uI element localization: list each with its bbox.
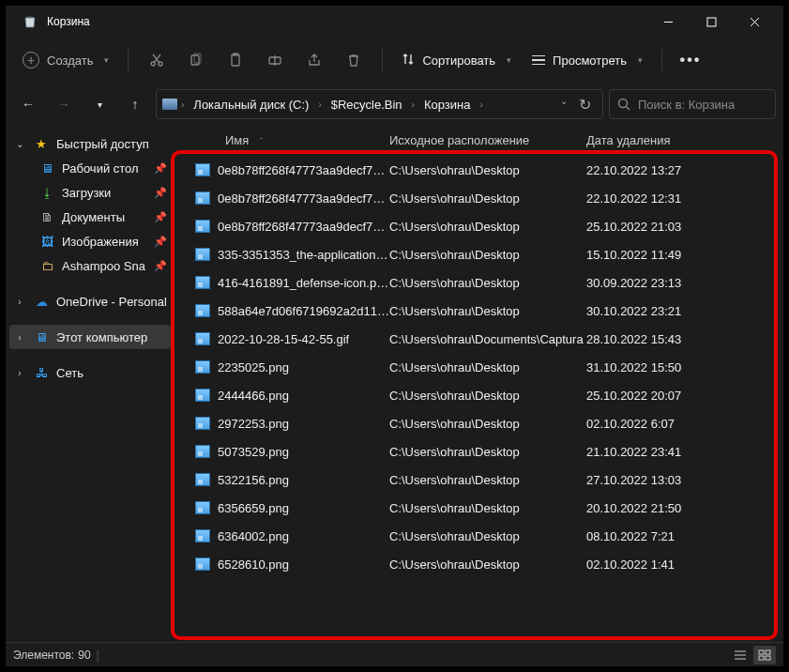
toolbar: + Создать ▾ Сортировать ▾ Просмотреть ▾ …	[6, 38, 783, 83]
file-row[interactable]: 335-3351353_the-application-proc...C:\Us…	[174, 240, 783, 268]
file-name: 2022-10-28-15-42-55.gif	[218, 332, 349, 346]
sidebar-item-quick[interactable]: ⌄ ★ Быстрый доступ	[6, 131, 174, 156]
plus-icon: +	[23, 52, 39, 69]
column-location[interactable]: Исходное расположение	[389, 133, 586, 147]
minimize-button[interactable]	[646, 6, 690, 38]
downloads-icon: ⭳	[39, 185, 54, 200]
file-row[interactable]: 588a64e7d06f6719692a2d11.pngC:\Users\ohr…	[174, 297, 783, 325]
file-deleted-date: 02.10.2022 6:07	[586, 417, 780, 431]
file-row[interactable]: 6528610.pngC:\Users\ohrau\Desktop02.10.2…	[174, 550, 783, 578]
file-location: C:\Users\ohrau\Desktop	[389, 557, 586, 572]
window-title: Корзина	[47, 15, 646, 28]
file-name: 588a64e7d06f6719692a2d11.png	[218, 304, 389, 318]
delete-button[interactable]	[335, 43, 372, 77]
address-row: ← → ▾ ↑ › Локальный диск (C:) › $Recycle…	[6, 83, 783, 126]
sidebar-item-downloads[interactable]: ⭳ Загрузки 📌	[6, 180, 174, 205]
image-file-icon	[195, 445, 210, 458]
file-name: 5073529.png	[218, 445, 289, 459]
file-location: C:\Users\ohrau\Desktop	[389, 529, 586, 543]
file-name: 2235025.png	[218, 360, 289, 374]
search-box[interactable]: Поиск в: Корзина	[609, 89, 776, 119]
rename-button[interactable]	[256, 43, 294, 77]
breadcrumb-bin[interactable]: Корзина	[418, 94, 477, 115]
file-location: C:\Users\ohrau\Desktop	[389, 220, 586, 234]
sidebar-item-ashampoo[interactable]: 🗀 Ashampoo Sna 📌	[6, 253, 174, 278]
file-row[interactable]: 6356659.pngC:\Users\ohrau\Desktop20.10.2…	[174, 494, 783, 522]
close-button[interactable]	[733, 6, 776, 38]
copy-button[interactable]	[177, 43, 215, 77]
file-row[interactable]: 2022-10-28-15-42-55.gifC:\Users\ohrau\Do…	[174, 325, 783, 353]
file-name: 6528610.png	[218, 557, 289, 572]
column-deleted[interactable]: Дата удаления	[586, 133, 780, 147]
view-large-button[interactable]	[753, 646, 776, 664]
svg-point-14	[619, 99, 628, 108]
refresh-button[interactable]: ↻	[579, 96, 591, 114]
file-name: 2444466.png	[218, 389, 289, 403]
file-row[interactable]: 2235025.pngC:\Users\ohrau\Desktop31.10.2…	[174, 353, 783, 381]
recycle-bin-icon	[23, 14, 38, 29]
breadcrumb-dropdown[interactable]: ⌄	[560, 96, 568, 114]
file-deleted-date: 15.10.2022 11:49	[586, 248, 780, 262]
explorer-window: Корзина + Создать ▾ Сортировать ▾ Просмо…	[0, 0, 789, 672]
create-button[interactable]: + Создать ▾	[13, 46, 118, 74]
file-location: C:\Users\ohrau\Desktop	[389, 248, 586, 262]
search-placeholder: Поиск в: Корзина	[638, 98, 735, 112]
up-button[interactable]: ↑	[120, 89, 150, 119]
paste-button[interactable]	[217, 43, 254, 77]
column-name[interactable]: Имя ˆ	[178, 133, 389, 147]
chevron-down-icon: ▾	[638, 55, 643, 65]
image-file-icon	[195, 557, 210, 571]
share-button[interactable]	[296, 43, 333, 77]
file-row[interactable]: 416-4161891_defense-icon.pngC:\Users\ohr…	[174, 268, 783, 297]
chevron-right-icon: ›	[13, 297, 26, 307]
sidebar-item-pictures[interactable]: 🖼 Изображения 📌	[6, 229, 174, 253]
file-row[interactable]: 2444466.pngC:\Users\ohrau\Desktop25.10.2…	[174, 381, 783, 409]
maximize-button[interactable]	[690, 6, 733, 38]
svg-rect-21	[759, 656, 764, 660]
image-file-icon	[195, 332, 210, 345]
file-location: C:\Users\ohrau\Desktop	[389, 276, 586, 290]
star-icon: ★	[34, 136, 49, 151]
desktop-icon: 🖥	[39, 160, 54, 176]
file-deleted-date: 30.09.2022 23:13	[586, 276, 780, 290]
cloud-icon: ☁	[34, 294, 49, 309]
breadcrumb-drive[interactable]: Локальный диск (C:)	[188, 94, 314, 115]
file-location: C:\Users\ohrau\Desktop	[389, 473, 586, 487]
file-name: 0e8b78ff268f47773aa9decf77671a1f...	[218, 191, 389, 206]
cut-button[interactable]	[138, 43, 175, 77]
more-button[interactable]: •••	[672, 43, 709, 77]
create-label: Создать	[47, 53, 93, 68]
file-row[interactable]: 0e8b78ff268f47773aa9decf77671a1f...C:\Us…	[174, 212, 783, 240]
chevron-right-icon: ›	[13, 368, 26, 378]
file-row[interactable]: 0e8b78ff268f47773aa9decf77671a1f...C:\Us…	[174, 184, 783, 212]
sidebar-item-desktop[interactable]: 🖥 Рабочий стол 📌	[6, 156, 174, 180]
image-file-icon	[195, 529, 210, 542]
file-row[interactable]: 2972253.pngC:\Users\ohrau\Desktop02.10.2…	[174, 409, 783, 437]
sidebar-item-onedrive[interactable]: › ☁ OneDrive - Personal	[6, 289, 174, 313]
view-details-button[interactable]	[729, 646, 751, 664]
file-deleted-date: 25.10.2022 20:07	[586, 389, 780, 403]
file-deleted-date: 22.10.2022 13:27	[586, 163, 780, 177]
forward-button[interactable]: →	[49, 89, 79, 119]
file-row[interactable]: 5322156.pngC:\Users\ohrau\Desktop27.10.2…	[174, 466, 783, 494]
breadcrumb-recycle[interactable]: $Recycle.Bin	[326, 94, 408, 115]
file-name: 5322156.png	[218, 473, 289, 487]
view-button[interactable]: Просмотреть ▾	[523, 48, 652, 73]
sort-button[interactable]: Сортировать ▾	[392, 47, 521, 74]
image-file-icon	[195, 473, 210, 486]
file-row[interactable]: 5073529.pngC:\Users\ohrau\Desktop21.10.2…	[174, 437, 783, 466]
file-location: C:\Users\ohrau\Desktop	[389, 191, 586, 206]
pin-icon: 📌	[154, 187, 167, 199]
back-button[interactable]: ←	[13, 89, 43, 119]
sidebar: ⌄ ★ Быстрый доступ 🖥 Рабочий стол 📌 ⭳ За…	[6, 126, 174, 642]
image-file-icon	[195, 360, 210, 374]
sidebar-item-thispc[interactable]: › 🖥 Этот компьютер	[9, 325, 171, 349]
recent-button[interactable]: ▾	[84, 89, 114, 119]
sidebar-item-network[interactable]: › 🖧 Сеть	[6, 360, 174, 385]
file-row[interactable]: 0e8b78ff268f47773aa9decf77671a1f...C:\Us…	[174, 156, 783, 184]
file-name: 335-3351353_the-application-proc...	[218, 248, 389, 262]
address-bar[interactable]: › Локальный диск (C:) › $Recycle.Bin › К…	[156, 89, 603, 119]
file-name: 6364002.png	[218, 529, 289, 543]
sidebar-item-documents[interactable]: 🗎 Документы 📌	[6, 205, 174, 229]
file-row[interactable]: 6364002.pngC:\Users\ohrau\Desktop08.10.2…	[174, 522, 783, 550]
